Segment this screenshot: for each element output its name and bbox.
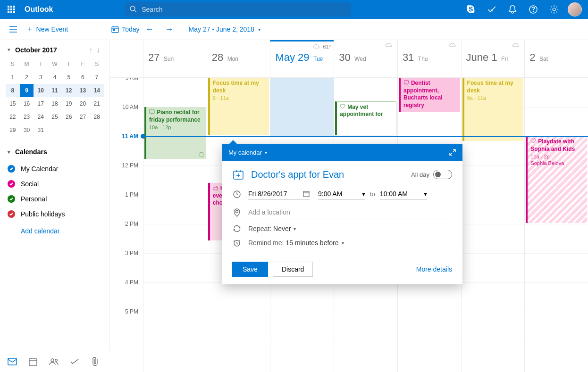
prev-week-button[interactable]: ← <box>140 25 160 34</box>
mini-cal-day[interactable]: 11 <box>48 84 62 97</box>
help-icon[interactable] <box>523 0 544 19</box>
mini-cal-day[interactable]: 31 <box>34 124 48 137</box>
mini-cal-day[interactable]: 23 <box>20 110 34 124</box>
mini-cal-prev-icon[interactable]: ↑ <box>87 46 95 54</box>
mini-cal-day[interactable]: 3 <box>34 71 48 84</box>
quick-create-calendar-label[interactable]: My calendar <box>228 149 262 156</box>
expand-icon[interactable] <box>449 149 456 156</box>
add-calendar-link[interactable]: Add calendar <box>8 222 102 235</box>
discard-button[interactable]: Discard <box>273 262 313 277</box>
calendar-item[interactable]: Personal <box>8 191 102 207</box>
mini-cal-day[interactable]: 2 <box>20 71 34 84</box>
calendar-item[interactable]: My Calendar <box>8 161 102 176</box>
chevron-down-icon: ▾ <box>265 150 267 155</box>
settings-icon[interactable] <box>544 0 564 19</box>
app-header: Outlook <box>0 0 588 19</box>
search-input[interactable] <box>125 2 351 17</box>
start-time-picker[interactable]: 9:00 AM ▾ <box>318 188 365 200</box>
remind-picker[interactable]: 15 minutes before ▾ <box>286 239 344 247</box>
calendar-event[interactable]: Piano recital for friday performance10a … <box>144 107 206 159</box>
notifications-icon[interactable] <box>502 0 523 19</box>
calendar-module-icon[interactable] <box>23 357 43 366</box>
day-column[interactable]: Focus time at my desk9a - 11a <box>461 78 525 372</box>
day-column[interactable]: Playdate with Sophia and Kids11a - 2pSop… <box>524 78 588 372</box>
sidebar: ▾ October 2017 ↑ ↓ SMTWTFS 1234567891011… <box>0 40 110 372</box>
mini-cal-day[interactable]: 28 <box>90 110 104 124</box>
more-details-link[interactable]: More details <box>416 265 452 273</box>
day-header[interactable]: 61°May 29 Tue <box>270 40 334 77</box>
mini-cal-day[interactable]: 27 <box>76 110 90 124</box>
mini-cal-day[interactable]: 21 <box>90 97 104 110</box>
calendar-event[interactable]: Dentist appointment, Bucharts local regi… <box>399 78 460 112</box>
new-event-button[interactable]: + New Event <box>23 25 73 34</box>
all-day-toggle[interactable] <box>433 170 452 179</box>
calendar-event[interactable]: Focus time at my desk9 - 11a <box>208 78 269 135</box>
repeat-picker[interactable]: Never ▾ <box>273 225 296 232</box>
mini-cal-day[interactable]: 10 <box>34 84 48 97</box>
date-range-picker[interactable]: May 27 - June 2, 2018 ▾ <box>189 25 260 33</box>
mini-cal-day[interactable]: 5 <box>62 71 76 84</box>
mini-cal-day[interactable]: 15 <box>6 97 20 110</box>
calendar-view: 27 Sun28 Mon61°May 29 Tue30 Wed31 ThuJun… <box>110 40 588 372</box>
end-time-picker[interactable]: 10:00 AM ▾ <box>380 188 427 200</box>
selection-slot[interactable] <box>270 78 334 136</box>
app-launcher-icon[interactable] <box>0 0 23 19</box>
mini-cal-day[interactable]: 6 <box>76 71 90 84</box>
mini-cal-day[interactable]: 4 <box>48 71 62 84</box>
mini-cal-day[interactable]: 22 <box>6 110 20 124</box>
mini-cal-day[interactable]: 24 <box>34 110 48 124</box>
day-header[interactable]: 28 Mon <box>207 40 270 77</box>
mini-cal-day[interactable]: 12 <box>62 84 76 97</box>
mini-cal-day[interactable]: 13 <box>76 84 90 97</box>
day-header[interactable]: 31 Thu <box>397 40 461 77</box>
mini-cal-day[interactable]: 19 <box>62 97 76 110</box>
today-button[interactable]: Today <box>111 25 139 33</box>
mini-cal-day[interactable]: 17 <box>34 97 48 110</box>
day-header[interactable]: 30 Wed <box>334 40 397 77</box>
mini-cal-day[interactable]: 25 <box>48 110 62 124</box>
mini-cal-day[interactable]: 29 <box>6 124 20 137</box>
calendars-section-header[interactable]: ▾ Calendars <box>8 148 102 156</box>
mini-cal-day[interactable]: 14 <box>90 84 104 97</box>
day-header[interactable]: 27 Sun <box>143 40 207 77</box>
people-icon[interactable] <box>43 358 64 365</box>
mini-cal-day[interactable]: 18 <box>48 97 62 110</box>
date-picker[interactable]: Fri 8/26/2017 <box>248 188 310 200</box>
mini-cal-day[interactable]: 20 <box>76 97 90 110</box>
mini-cal-next-icon[interactable]: ↓ <box>95 46 102 54</box>
day-header[interactable]: June 1 Fri <box>461 40 525 77</box>
mini-cal-dow: F <box>76 58 90 71</box>
calendar-event[interactable]: May vet appointment for <box>335 101 396 135</box>
mini-cal-day[interactable]: 9 <box>20 84 34 97</box>
day-header[interactable]: 2 Sat <box>524 40 588 77</box>
next-week-button[interactable]: → <box>160 25 179 34</box>
event-title-input[interactable]: Doctor's appt for Evan <box>251 169 411 180</box>
calendar-item[interactable]: Social <box>8 176 102 191</box>
mini-cal-month[interactable]: October 2017 <box>15 46 87 54</box>
calendar-event[interactable]: Focus time at my desk9a - 11a <box>462 78 524 141</box>
mini-cal-day[interactable]: 8 <box>6 84 20 97</box>
search-box[interactable] <box>125 2 351 17</box>
mini-cal-day[interactable]: 1 <box>6 71 20 84</box>
mini-cal-day[interactable]: 7 <box>90 71 104 84</box>
profile-avatar[interactable] <box>564 0 585 19</box>
mini-cal-day[interactable]: 26 <box>62 110 76 124</box>
skype-icon[interactable] <box>461 0 481 19</box>
tasks-icon[interactable] <box>481 0 502 19</box>
calendar-label: My Calendar <box>21 165 58 173</box>
menu-toggle-icon[interactable] <box>4 26 23 33</box>
mini-cal-day[interactable]: 16 <box>20 97 34 110</box>
location-input[interactable]: Add a location <box>248 207 452 218</box>
time-label: 5 PM <box>110 308 143 338</box>
day-column[interactable]: Piano recital for friday performance10a … <box>143 78 207 372</box>
calendar-item[interactable]: Public holidays <box>8 207 102 222</box>
mini-cal-collapse-icon[interactable]: ▾ <box>8 47 10 53</box>
calendar-event[interactable]: Playdate with Sophia and Kids11a - 2pSop… <box>526 136 587 223</box>
tasks-module-icon[interactable] <box>64 358 85 365</box>
today-label: Today <box>122 25 139 33</box>
time-label: 1 PM <box>110 191 143 221</box>
save-button[interactable]: Save <box>232 262 268 277</box>
mini-cal-day[interactable]: 30 <box>20 124 34 137</box>
attachments-icon[interactable] <box>85 357 106 366</box>
mail-icon[interactable] <box>2 358 23 365</box>
